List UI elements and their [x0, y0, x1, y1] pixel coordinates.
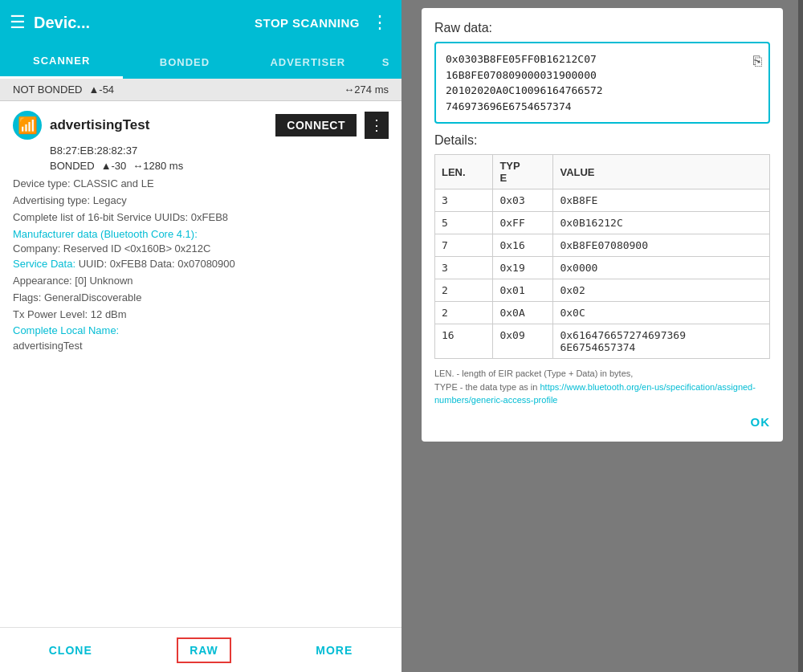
table-row: 50xFF0x0B16212C: [435, 212, 770, 234]
stop-scanning-button[interactable]: STOP SCANNING: [255, 16, 360, 30]
tab-s[interactable]: S: [369, 56, 402, 68]
mfg-data-label: Manufacturer data (Bluetooth Core 4.1):: [13, 228, 389, 240]
raw-button[interactable]: RAW: [177, 637, 231, 663]
service-data-label: Service Data:: [13, 258, 75, 270]
device-header: 📶 advertisingTest CONNECT ⋮: [13, 111, 389, 140]
connect-button[interactable]: CONNECT: [275, 114, 357, 136]
copy-icon[interactable]: ⎘: [753, 50, 762, 71]
appearance-line: Appearance: [0] Unknown: [13, 274, 389, 288]
cell-value: 0x02: [553, 279, 770, 302]
cell-type: 0x01: [493, 279, 553, 302]
raw-data-title: Raw data:: [434, 21, 770, 35]
more-options-icon[interactable]: ⋮: [368, 12, 392, 33]
cell-value: 0x6164766572746973696E6754657374: [553, 324, 770, 359]
bottom-actions: CLONE RAW MORE: [0, 627, 402, 672]
cell-value: 0x0000: [553, 257, 770, 279]
device-card: 📶 advertisingTest CONNECT ⋮ B8:27:EB:28:…: [0, 101, 402, 627]
table-row: 70x160xB8FE07080900: [435, 234, 770, 257]
tab-advertiser[interactable]: ADVERTISER: [247, 45, 369, 79]
cell-len: 7: [435, 234, 493, 257]
bond-status: BONDED: [50, 160, 95, 172]
bluetooth-icon: 📶: [13, 111, 42, 140]
flags-line: Flags: GeneralDiscoverable: [13, 291, 389, 305]
mac-address: B8:27:EB:28:82:37: [50, 145, 389, 157]
cell-value: 0x0B16212C: [553, 212, 770, 234]
cell-type: 0x16: [493, 234, 553, 257]
cell-len: 2: [435, 279, 493, 302]
service-uuids-line: Complete list of 16-bit Service UUIDs: 0…: [13, 210, 389, 225]
cell-value: 0x0C: [553, 302, 770, 324]
cell-len: 5: [435, 212, 493, 234]
service-data-value: UUID: 0xFEB8 Data: 0x07080900: [79, 258, 235, 270]
service-data-line: Service Data: UUID: 0xFEB8 Data: 0x07080…: [13, 257, 389, 271]
footer-note-1: LEN. - length of EIR packet (Type + Data…: [434, 369, 633, 378]
cell-type: 0xFF: [493, 212, 553, 234]
modal-ok-row: OK: [434, 415, 770, 429]
company-line: Company: Reserved ID <0x160B> 0x212C: [13, 242, 389, 255]
rssi-value: ▲-54: [88, 83, 114, 96]
raw-data-modal: Raw data: 0x0303B8FE05FF0B16212C0716B8FE…: [422, 8, 783, 442]
bonded-row: BONDED ▲-30 ↔1280 ms: [50, 160, 389, 172]
table-row: 20x0A0x0C: [435, 302, 770, 324]
cell-type: 0x0A: [493, 302, 553, 324]
app-title: Devic...: [34, 14, 247, 32]
col-header-len: LEN.: [435, 155, 493, 189]
hamburger-icon[interactable]: ☰: [10, 12, 26, 33]
ok-button[interactable]: OK: [751, 415, 771, 429]
cell-len: 2: [435, 302, 493, 324]
top-bar: ☰ Devic... STOP SCANNING ⋮: [0, 0, 402, 45]
clone-button[interactable]: CLONE: [36, 637, 105, 663]
more-button[interactable]: MORE: [303, 637, 365, 663]
raw-data-text: 0x0303B8FE05FF0B16212C0716B8FE0708090000…: [446, 53, 603, 112]
details-title: Details:: [434, 133, 770, 148]
table-row: 30x030xB8FE: [435, 189, 770, 212]
table-row: 20x010x02: [435, 279, 770, 302]
right-panel: Raw data: 0x0303B8FE05FF0B16212C0716B8FE…: [402, 0, 803, 672]
details-table: LEN. TYPE VALUE 30x030xB8FE50xFF0x0B1621…: [434, 154, 770, 359]
adv-type-line: Advertising type: Legacy: [13, 193, 389, 208]
rssi-bonded: ▲-30: [101, 160, 127, 172]
tx-power-line: Tx Power Level: 12 dBm: [13, 307, 389, 322]
interval-value: ↔274 ms: [344, 83, 389, 96]
table-row: 160x090x6164766572746973696E6754657374: [435, 324, 770, 359]
raw-data-box: 0x0303B8FE05FF0B16212C0716B8FE0708090000…: [434, 42, 770, 124]
interval-bonded: ↔1280 ms: [132, 160, 183, 172]
footer-note: LEN. - length of EIR packet (Type + Data…: [434, 367, 770, 407]
cell-len: 16: [435, 324, 493, 359]
scrollbar[interactable]: [798, 0, 803, 672]
not-bonded-status: NOT BONDED: [13, 83, 82, 96]
device-name: advertisingTest: [50, 117, 267, 133]
cell-type: 0x03: [493, 189, 553, 212]
col-header-type: TYPE: [493, 155, 553, 189]
left-panel: ☰ Devic... STOP SCANNING ⋮ SCANNER BONDE…: [0, 0, 402, 672]
cell-value: 0xB8FE: [553, 189, 770, 212]
tab-bonded[interactable]: BONDED: [123, 45, 246, 79]
tab-bar: SCANNER BONDED ADVERTISER S: [0, 45, 402, 79]
device-type-line: Device type: CLASSIC and LE: [13, 177, 389, 191]
cell-type: 0x09: [493, 324, 553, 359]
device-more-button[interactable]: ⋮: [365, 112, 389, 139]
tab-scanner[interactable]: SCANNER: [0, 45, 123, 79]
footer-note-2: TYPE - the data type as in: [434, 382, 540, 392]
cell-len: 3: [435, 257, 493, 279]
cell-len: 3: [435, 189, 493, 212]
col-header-value: VALUE: [553, 155, 770, 189]
table-row: 30x190x0000: [435, 257, 770, 279]
cell-type: 0x19: [493, 257, 553, 279]
local-name-value: advertisingTest: [13, 339, 389, 353]
not-bonded-row: NOT BONDED ▲-54 ↔274 ms: [0, 79, 402, 101]
cell-value: 0xB8FE07080900: [553, 234, 770, 257]
local-name-label: Complete Local Name:: [13, 324, 389, 336]
